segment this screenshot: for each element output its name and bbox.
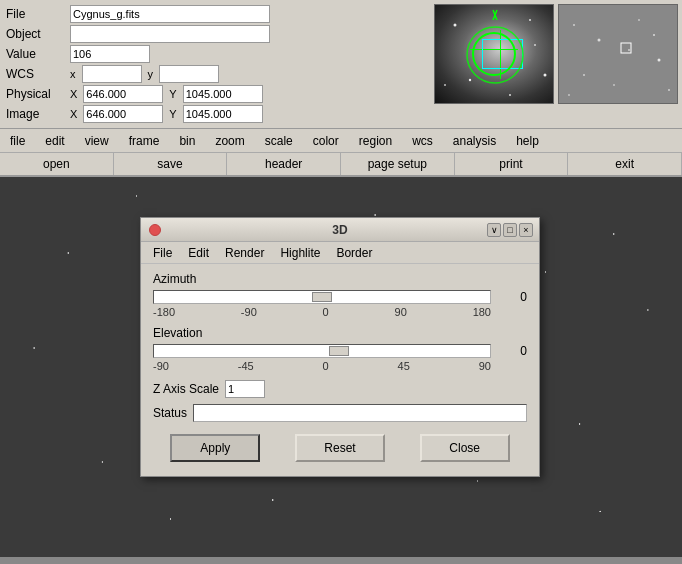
elevation-slider-thumb[interactable] <box>329 346 349 356</box>
svg-point-9 <box>534 44 536 46</box>
svg-point-20 <box>568 94 570 96</box>
image-x-input[interactable] <box>83 105 163 123</box>
dialog-maximize-btn[interactable]: □ <box>503 223 517 237</box>
svg-point-13 <box>598 39 601 42</box>
azimuth-label-n90: -90 <box>241 306 257 318</box>
menu-region[interactable]: region <box>349 131 402 151</box>
physical-y-input[interactable] <box>183 85 263 103</box>
svg-point-8 <box>469 79 471 81</box>
svg-point-3 <box>454 24 457 27</box>
toolbar-open[interactable]: open <box>0 153 114 175</box>
menu-view[interactable]: view <box>75 131 119 151</box>
azimuth-label-180: 180 <box>473 306 491 318</box>
svg-point-14 <box>638 19 640 21</box>
dialog-menu-file[interactable]: File <box>145 244 180 262</box>
svg-point-12 <box>573 24 575 26</box>
wcs-x-label: x <box>70 68 76 80</box>
image-label: Image <box>6 107 66 121</box>
dialog-title: 3D <box>332 223 347 237</box>
apply-button[interactable]: Apply <box>170 434 260 462</box>
status-bar <box>193 404 527 422</box>
wcs-y-label: y <box>148 68 154 80</box>
object-label: Object <box>6 27 66 41</box>
dialog-title-bar[interactable]: 3D ∨ □ × <box>141 218 539 242</box>
z-axis-scale-row: Z Axis Scale <box>153 380 527 398</box>
menu-color[interactable]: color <box>303 131 349 151</box>
elevation-value: 0 <box>497 344 527 358</box>
object-input[interactable] <box>70 25 270 43</box>
svg-point-19 <box>653 34 655 36</box>
thumbnails-area <box>434 4 678 104</box>
svg-point-7 <box>509 94 511 96</box>
menu-wcs[interactable]: wcs <box>402 131 443 151</box>
dialog-x-btn[interactable]: × <box>519 223 533 237</box>
physical-Y-label: Y <box>169 88 176 100</box>
value-input[interactable] <box>70 45 150 63</box>
azimuth-label-90: 90 <box>395 306 407 318</box>
elevation-label-n45: -45 <box>238 360 254 372</box>
elevation-labels: -90 -45 0 45 90 <box>153 360 527 372</box>
menu-help[interactable]: help <box>506 131 549 151</box>
toolbar-exit[interactable]: exit <box>568 153 682 175</box>
menu-bar: file edit view frame bin zoom scale colo… <box>0 129 682 153</box>
z-axis-scale-input[interactable] <box>225 380 265 398</box>
azimuth-labels: -180 -90 0 90 180 <box>153 306 527 318</box>
wcs-y-input[interactable] <box>159 65 219 83</box>
azimuth-slider-track[interactable] <box>153 290 491 304</box>
physical-label: Physical <box>6 87 66 101</box>
toolbar-save[interactable]: save <box>114 153 228 175</box>
menu-frame[interactable]: frame <box>119 131 170 151</box>
menu-file[interactable]: file <box>0 131 35 151</box>
dialog-window-buttons: ∨ □ × <box>487 223 533 237</box>
svg-point-17 <box>613 84 615 86</box>
azimuth-slider-thumb[interactable] <box>312 292 332 302</box>
main-area: 3D ∨ □ × File Edit Render Highlite Borde… <box>0 177 682 557</box>
toolbar-header[interactable]: header <box>227 153 341 175</box>
toolbar: open save header page setup print exit <box>0 153 682 177</box>
dialog-minimize-btn[interactable]: ∨ <box>487 223 501 237</box>
svg-point-4 <box>529 19 531 21</box>
image-X-label: X <box>70 108 77 120</box>
elevation-slider-container: 0 <box>153 344 527 358</box>
nebula-svg <box>435 5 554 104</box>
dialog-menu-edit[interactable]: Edit <box>180 244 217 262</box>
physical-x-input[interactable] <box>83 85 163 103</box>
menu-bin[interactable]: bin <box>169 131 205 151</box>
nebula-thumbnail[interactable] <box>434 4 554 104</box>
svg-point-5 <box>544 74 547 77</box>
file-input[interactable] <box>70 5 270 23</box>
dialog-menu-render[interactable]: Render <box>217 244 272 262</box>
toolbar-print[interactable]: print <box>455 153 569 175</box>
physical-X-label: X <box>70 88 77 100</box>
wcs-label: WCS <box>6 67 66 81</box>
elevation-label-n90: -90 <box>153 360 169 372</box>
svg-point-21 <box>668 89 670 91</box>
menu-zoom[interactable]: zoom <box>205 131 254 151</box>
svg-point-6 <box>444 84 446 86</box>
azimuth-value: 0 <box>497 290 527 304</box>
elevation-label: Elevation <box>153 326 527 340</box>
svg-point-16 <box>583 74 585 76</box>
star-thumbnail[interactable] <box>558 4 678 104</box>
svg-point-18 <box>628 49 630 51</box>
dialog-3d: 3D ∨ □ × File Edit Render Highlite Borde… <box>140 217 540 477</box>
svg-point-0 <box>467 27 523 83</box>
dialog-menu-border[interactable]: Border <box>328 244 380 262</box>
azimuth-label-n180: -180 <box>153 306 175 318</box>
menu-analysis[interactable]: analysis <box>443 131 506 151</box>
image-y-input[interactable] <box>183 105 263 123</box>
menu-scale[interactable]: scale <box>255 131 303 151</box>
nebula-crosshair-v <box>500 30 501 79</box>
wcs-x-input[interactable] <box>82 65 142 83</box>
z-axis-scale-label: Z Axis Scale <box>153 382 219 396</box>
dialog-close-traffic-light[interactable] <box>149 224 161 236</box>
close-button[interactable]: Close <box>420 434 510 462</box>
toolbar-page-setup[interactable]: page setup <box>341 153 455 175</box>
star-field-svg <box>559 5 678 104</box>
dialog-menu-highlite[interactable]: Highlite <box>272 244 328 262</box>
elevation-label-0: 0 <box>323 360 329 372</box>
elevation-slider-track[interactable] <box>153 344 491 358</box>
azimuth-label: Azimuth <box>153 272 527 286</box>
menu-edit[interactable]: edit <box>35 131 74 151</box>
reset-button[interactable]: Reset <box>295 434 385 462</box>
